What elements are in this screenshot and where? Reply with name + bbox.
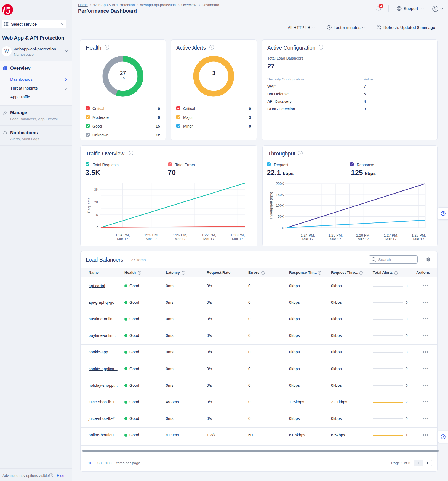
svg-text:1:25 PM,: 1:25 PM,	[328, 233, 343, 237]
svg-text:1:24 PM,: 1:24 PM,	[115, 233, 130, 237]
svg-text:200K: 200K	[276, 182, 284, 186]
svg-text:0: 0	[282, 226, 284, 230]
svg-text:Mar 17: Mar 17	[146, 237, 157, 241]
svg-text:2K: 2K	[94, 200, 98, 204]
svg-text:Mar 17: Mar 17	[232, 237, 243, 241]
svg-text:Mar 17: Mar 17	[330, 237, 341, 241]
svg-text:1:26 PM,: 1:26 PM,	[356, 233, 370, 237]
svg-text:1:26 PM,: 1:26 PM,	[173, 233, 187, 237]
svg-text:1:25 PM,: 1:25 PM,	[144, 233, 159, 237]
svg-text:Mar 17: Mar 17	[358, 237, 369, 241]
svg-text:3K: 3K	[94, 187, 98, 192]
svg-text:Mar 17: Mar 17	[413, 237, 424, 241]
svg-text:Mar 17: Mar 17	[302, 237, 313, 241]
svg-text:1:27 PM,: 1:27 PM,	[202, 233, 216, 237]
svg-text:100K: 100K	[276, 203, 284, 208]
svg-text:1K: 1K	[94, 213, 98, 217]
svg-text:0: 0	[97, 225, 98, 230]
svg-text:Mar 17: Mar 17	[385, 237, 396, 241]
svg-text:50K: 50K	[278, 214, 284, 219]
svg-text:Throughput (bps): Throughput (bps)	[269, 192, 273, 219]
svg-text:1:27 PM,: 1:27 PM,	[384, 233, 398, 237]
svg-text:1:24 PM,: 1:24 PM,	[301, 233, 315, 237]
svg-text:1:28 PM,: 1:28 PM,	[412, 233, 426, 237]
svg-text:150K: 150K	[276, 193, 284, 197]
svg-text:Mar 17: Mar 17	[203, 237, 214, 241]
svg-text:Mar 17: Mar 17	[175, 237, 186, 241]
svg-text:?: ?	[442, 212, 444, 215]
svg-text:5: 5	[6, 6, 11, 15]
svg-text:1:28 PM,: 1:28 PM,	[230, 233, 245, 237]
svg-text:?: ?	[442, 435, 444, 438]
svg-text:Requests: Requests	[87, 198, 91, 213]
svg-text:Mar 17: Mar 17	[117, 237, 128, 241]
